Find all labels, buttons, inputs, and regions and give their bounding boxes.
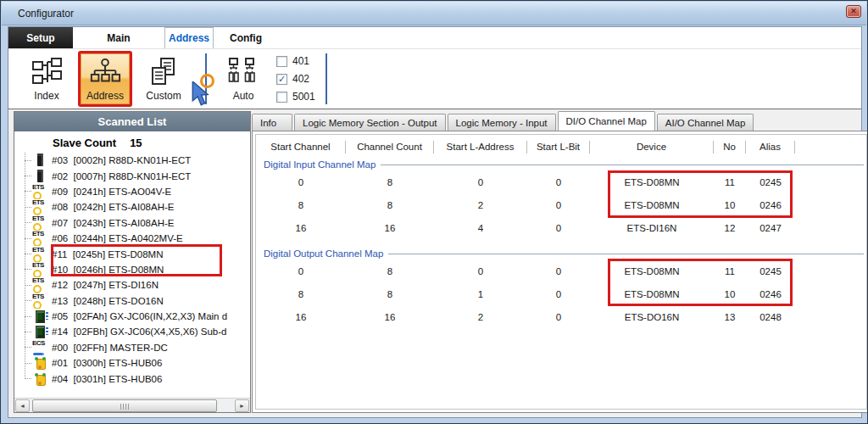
section-title: Digital Input Channel Map xyxy=(256,159,866,170)
column-header: Start L-Address xyxy=(434,141,527,153)
table-cell: 0 xyxy=(527,200,590,210)
custom-button-label: Custom xyxy=(146,90,181,102)
column-header: Channel Count xyxy=(346,141,434,153)
tree-item-label: #12 [0247h] ETS-DI16N xyxy=(52,280,159,290)
table-cell: 11 xyxy=(714,177,746,187)
tab-ai-o-channel-map[interactable]: AI/O Channel Map xyxy=(657,114,754,131)
tree-item-label: #13 [0248h] ETS-DO16N xyxy=(52,296,164,306)
column-header: No xyxy=(714,141,746,153)
tree-item-10[interactable]: #10 [0246h] ETS-D08MN xyxy=(25,262,250,277)
index-button[interactable]: Index xyxy=(20,52,73,106)
table-body: Digital Input Channel Map0800ETS-D08MN11… xyxy=(256,159,866,328)
checkbox-label: 401 xyxy=(292,55,309,67)
checkbox-5001[interactable]: 5001 xyxy=(276,91,315,103)
tab-main[interactable]: Main xyxy=(73,27,164,48)
tab-logic-memory-input[interactable]: Logic Memory - Input xyxy=(448,114,556,131)
section-gap xyxy=(256,239,866,246)
table-row[interactable]: 8810ETS-D08MN100246 xyxy=(256,282,866,305)
table-cell: 0 xyxy=(527,223,590,233)
checkbox-401[interactable]: 401 xyxy=(276,55,315,67)
table-cell: 0 xyxy=(434,266,527,276)
checkbox-box[interactable] xyxy=(276,56,287,67)
tree-item-03[interactable]: #03 [0002h] R88D-KN01H-ECT xyxy=(25,153,250,168)
checkbox-402[interactable]: ✓402 xyxy=(276,73,315,85)
tab-setup[interactable]: Setup xyxy=(8,27,73,48)
scroll-right-arrow[interactable]: ► xyxy=(235,399,249,412)
table-cell: 0245 xyxy=(746,266,795,276)
checkbox-box[interactable]: ✓ xyxy=(276,74,287,85)
scroll-thumb[interactable] xyxy=(32,399,217,412)
tab-info[interactable]: Info xyxy=(252,114,292,131)
column-header: Alias xyxy=(746,141,795,153)
table-row[interactable]: 0800ETS-D08MN110245 xyxy=(256,170,866,193)
tree-item-05[interactable]: #05 [02FAh] GX-JC06(IN,X2,X3) Main d xyxy=(25,309,250,324)
ribbon-tab-bar: Setup Main Address Config xyxy=(8,27,861,49)
ets-device-icon xyxy=(32,200,48,214)
section-title-line xyxy=(388,254,864,254)
tree-item-06[interactable]: #06 [0244h] ETS-A0402MV-E xyxy=(25,231,250,246)
section-title-label: Digital Output Channel Map xyxy=(264,248,383,259)
table-row[interactable]: 161640ETS-DI16N120247 xyxy=(256,216,866,239)
tree-item-12[interactable]: #12 [0247h] ETS-DI16N xyxy=(25,277,250,293)
table-row[interactable]: 161620ETS-DO16N130248 xyxy=(256,305,866,328)
scanned-list-header: Scanned List xyxy=(14,112,250,131)
table-cell: 0 xyxy=(527,312,590,322)
address-button[interactable]: Address xyxy=(78,51,132,107)
table-cell: 0246 xyxy=(746,289,795,299)
mouse-cursor-icon xyxy=(191,81,213,107)
scanned-list-panel: Scanned List Slave Count 15 #03 [0002h] … xyxy=(14,111,251,413)
auto-icon xyxy=(226,55,260,89)
servo-drive-icon xyxy=(32,153,48,167)
checkbox-group: 401✓4025001 xyxy=(276,55,315,103)
slave-count-label: Slave Count xyxy=(53,137,116,149)
table-cell: 0 xyxy=(527,177,590,187)
slave-count: Slave Count 15 xyxy=(14,131,250,153)
tab-di-o-channel-map[interactable]: DI/O Channel Map xyxy=(558,111,655,131)
main-area: Scanned List Slave Count 15 #03 [0002h] … xyxy=(8,109,861,417)
auto-button[interactable]: Auto xyxy=(217,52,270,106)
tree-item-13[interactable]: #13 [0248h] ETS-DO16N xyxy=(25,293,250,309)
table-cell: 16 xyxy=(346,312,434,322)
tree-item-04[interactable]: #04 [0301h] ETS-HUB06 xyxy=(25,371,250,386)
close-button[interactable]: ✕ xyxy=(846,5,861,18)
hub-icon xyxy=(32,356,48,370)
tab-logic-memory-section-output[interactable]: Logic Memory Section - Output xyxy=(294,114,446,131)
tree-item-11[interactable]: #11 [0245h] ETS-D08MN xyxy=(25,246,250,261)
configurator-window: Configurator ✕ Setup Main Address Config… xyxy=(0,0,868,424)
table-cell: 8 xyxy=(256,289,346,299)
toolbar-separator xyxy=(326,53,327,104)
tree-item-02[interactable]: #02 [0007h] R88D-KN01H-ECT xyxy=(25,168,250,183)
table-cell: 0 xyxy=(434,177,527,187)
table-cell: 1 xyxy=(434,289,527,299)
tree-item-01[interactable]: #01 [0300h] ETS-HUB06 xyxy=(25,355,250,371)
ets-device-icon xyxy=(32,294,48,308)
table-cell: 10 xyxy=(714,289,746,299)
checkbox-box[interactable] xyxy=(276,92,287,103)
checkbox-label: 402 xyxy=(292,73,309,85)
address-button-label: Address xyxy=(86,90,124,102)
scroll-left-arrow[interactable]: ◄ xyxy=(15,399,30,412)
window-title: Configurator xyxy=(2,8,74,20)
tree-item-09[interactable]: #09 [0241h] ETS-AO04V-E xyxy=(25,184,250,199)
tree-item-label: #14 [02FBh] GX-JC06(X4,X5,X6) Sub-d xyxy=(52,326,226,337)
tree-item-00[interactable]: #00 [02FFh] MASTER-DC xyxy=(25,340,250,355)
tree-item-08[interactable]: #08 [0242h] ETS-AI08AH-E xyxy=(25,199,250,215)
table-cell: 0 xyxy=(256,177,346,187)
servo-drive-icon xyxy=(32,170,48,183)
tree-item-14[interactable]: #14 [02FBh] GX-JC06(X4,X5,X6) Sub-d xyxy=(25,324,250,339)
section-title-line xyxy=(381,165,864,165)
table-cell: 8 xyxy=(256,200,346,210)
table-cell: 0247 xyxy=(746,223,795,233)
tree-item-label: #05 [02FAh] GX-JC06(IN,X2,X3) Main d xyxy=(52,311,227,321)
custom-button[interactable]: Custom xyxy=(137,52,190,106)
table-header-row: Start ChannelChannel CountStart L-Addres… xyxy=(256,137,866,157)
table-row[interactable]: 0800ETS-D08MN110245 xyxy=(256,259,866,282)
tab-config[interactable]: Config xyxy=(214,27,278,48)
tree-item-07[interactable]: #07 [0243h] ETS-AI08AH-E xyxy=(25,215,250,231)
tab-address[interactable]: Address xyxy=(164,27,214,48)
table-row[interactable]: 8820ETS-D08MN100246 xyxy=(256,193,866,216)
horizontal-scrollbar[interactable]: ◄ ► xyxy=(14,398,250,412)
table-cell: ETS-DI16N xyxy=(590,223,714,233)
table-cell: 12 xyxy=(714,223,746,233)
index-icon xyxy=(30,55,64,89)
